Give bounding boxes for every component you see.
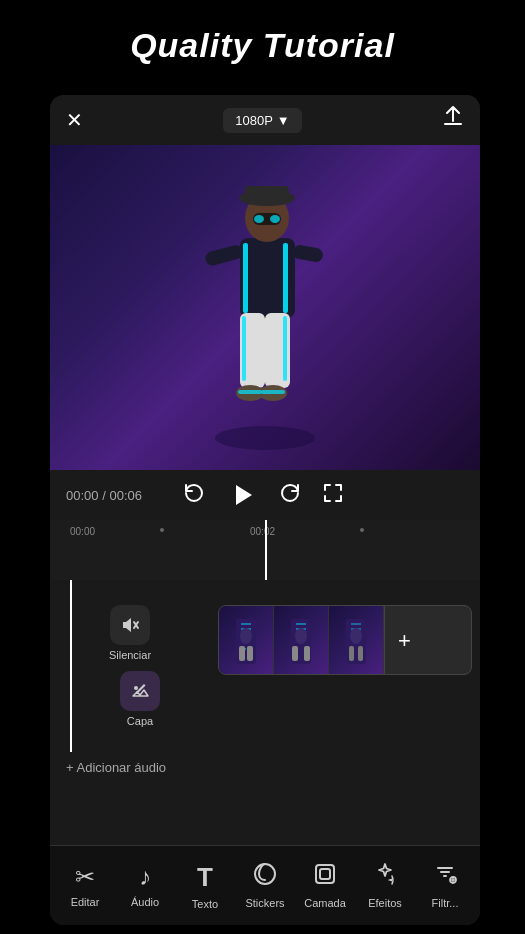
timeline-ruler: 00:00 00:02 — [50, 520, 480, 580]
efeitos-icon — [373, 862, 397, 892]
filtro-label: Filtr... — [432, 897, 459, 909]
track-area: Silenciar Capa — [50, 580, 480, 752]
filtro-icon — [433, 862, 457, 892]
svg-rect-15 — [283, 316, 287, 381]
close-button[interactable]: ✕ — [66, 108, 83, 132]
svg-rect-37 — [320, 869, 330, 879]
track-playhead — [70, 580, 72, 752]
texto-label: Texto — [192, 898, 218, 910]
time-marker-0: 00:00 — [70, 526, 95, 537]
svg-point-9 — [270, 215, 280, 223]
editor-container: ✕ 1080P ▼ — [50, 95, 480, 925]
svg-point-0 — [215, 426, 315, 450]
add-clip-button[interactable]: + — [384, 606, 424, 675]
track-labels: Silenciar Capa — [50, 595, 210, 737]
tool-filtro[interactable]: Filtr... — [418, 862, 473, 909]
efeitos-label: Efeitos — [368, 897, 402, 909]
play-button[interactable] — [224, 477, 260, 513]
silenciar-label: Silenciar — [109, 649, 151, 661]
editar-label: Editar — [71, 896, 100, 908]
svg-point-24 — [240, 628, 252, 644]
playback-controls — [182, 477, 344, 513]
audio-icon: ♪ — [139, 863, 151, 891]
svg-rect-14 — [242, 316, 246, 381]
svg-rect-6 — [245, 186, 289, 201]
bottom-toolbar: ✂ Editar ♪ Áudio T Texto Stickers — [50, 845, 480, 925]
strip-frame-2 — [274, 606, 329, 675]
track-content: + — [210, 595, 480, 685]
quality-button[interactable]: 1080P ▼ — [223, 108, 301, 133]
video-preview — [50, 145, 480, 470]
tool-audio[interactable]: ♪ Áudio — [118, 863, 173, 908]
svg-rect-34 — [358, 646, 363, 661]
time-marker-1: 00:02 — [250, 526, 275, 537]
tool-stickers[interactable]: Stickers — [238, 862, 293, 909]
svg-rect-30 — [304, 646, 310, 661]
camada-icon — [313, 862, 337, 892]
export-button[interactable] — [442, 106, 464, 134]
svg-rect-25 — [239, 646, 245, 661]
editar-icon: ✂ — [75, 863, 95, 891]
svg-point-32 — [350, 628, 362, 644]
tool-camada[interactable]: Camada — [298, 862, 353, 909]
title-bar: Quality Tutorial — [0, 0, 525, 90]
video-strip[interactable]: + — [218, 605, 472, 675]
track-silenciar[interactable]: Silenciar — [109, 605, 151, 661]
svg-rect-10 — [204, 243, 244, 266]
play-icon — [236, 485, 252, 505]
strip-frame-1 — [219, 606, 274, 675]
capa-label: Capa — [127, 715, 153, 727]
add-icon: + — [398, 628, 411, 654]
tool-texto[interactable]: T Texto — [178, 862, 233, 910]
undo-button[interactable] — [182, 482, 204, 509]
stickers-icon — [253, 862, 277, 892]
character-frame — [175, 153, 355, 463]
svg-rect-2 — [243, 243, 248, 313]
stickers-label: Stickers — [245, 897, 284, 909]
svg-rect-19 — [261, 390, 285, 394]
svg-rect-29 — [292, 646, 298, 661]
fullscreen-button[interactable] — [322, 482, 344, 509]
page-title: Quality Tutorial — [130, 26, 395, 65]
svg-rect-36 — [316, 865, 334, 883]
camada-label: Camada — [304, 897, 346, 909]
svg-point-8 — [254, 215, 264, 223]
texto-icon: T — [197, 862, 213, 893]
silenciar-icon — [110, 605, 150, 645]
add-audio-button[interactable]: + Adicionar áudio — [66, 760, 464, 775]
svg-rect-11 — [292, 244, 324, 263]
playback-bar: 00:00 / 00:06 — [50, 470, 480, 520]
svg-point-28 — [295, 628, 307, 644]
tool-efeitos[interactable]: Efeitos — [358, 862, 413, 909]
add-audio-row: + Adicionar áudio — [50, 752, 480, 783]
top-bar: ✕ 1080P ▼ — [50, 95, 480, 145]
tool-editar[interactable]: ✂ Editar — [58, 863, 113, 908]
audio-label: Áudio — [131, 896, 159, 908]
capa-icon — [120, 671, 160, 711]
svg-point-22 — [134, 686, 138, 690]
strip-frame-3 — [329, 606, 384, 675]
svg-rect-33 — [349, 646, 354, 661]
redo-button[interactable] — [280, 482, 302, 509]
svg-rect-26 — [247, 646, 253, 661]
time-display: 00:00 / 00:06 — [66, 488, 142, 503]
svg-rect-18 — [238, 390, 262, 394]
playhead — [265, 520, 267, 580]
track-capa[interactable]: Capa — [120, 671, 160, 727]
svg-rect-3 — [283, 243, 288, 313]
